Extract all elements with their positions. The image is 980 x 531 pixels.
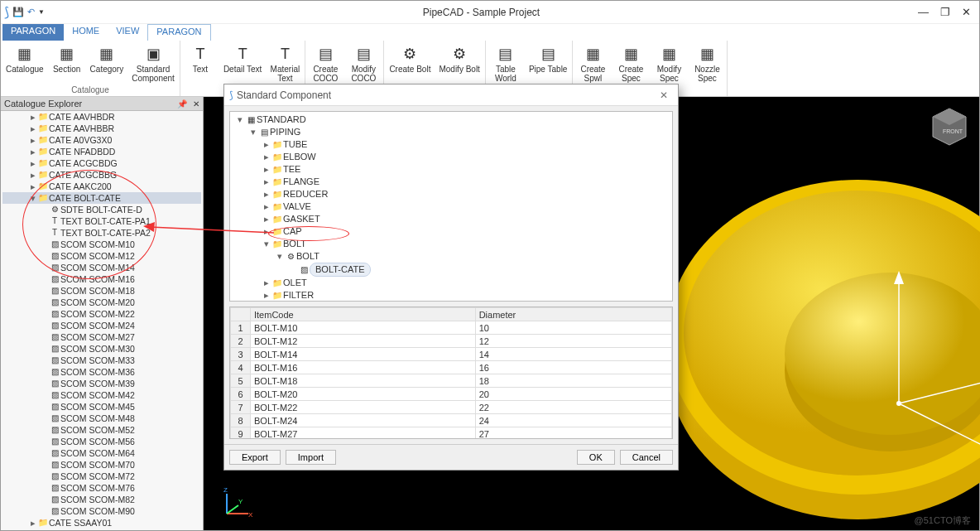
- dialog-tree-node[interactable]: ▾📁BOLT: [232, 238, 670, 250]
- expand-icon[interactable]: ▸: [262, 225, 271, 238]
- ribbon-btn-create-bolt[interactable]: ⚙Create Bolt: [387, 42, 432, 84]
- tree-node[interactable]: ▾📁CATE BOLT-CATE: [2, 192, 201, 204]
- ribbon-btn-standard-component[interactable]: ▣StandardComponent: [130, 42, 176, 84]
- tree-node[interactable]: ▨SCOM SCOM-M64: [2, 447, 201, 459]
- expand-icon[interactable]: ▸: [262, 151, 271, 163]
- cell[interactable]: 22: [475, 401, 671, 414]
- tree-node[interactable]: ▸📁CATE AAKC200: [2, 181, 201, 192]
- tree-node[interactable]: ▸📁CATE CS19H-PN10RF: [2, 529, 201, 530]
- table-row[interactable]: 5BOLT-M1818: [231, 374, 672, 388]
- col-itemcode[interactable]: ItemCode: [251, 308, 476, 321]
- ribbon-btn-section[interactable]: ▦Section: [50, 42, 84, 84]
- expand-icon[interactable]: ▸: [29, 157, 37, 169]
- ribbon-btn-modify-bolt[interactable]: ⚙Modify Bolt: [437, 42, 481, 84]
- tree-node[interactable]: ▨SCOM SCOM-M27: [2, 331, 201, 343]
- expand-icon[interactable]: ▸: [262, 277, 271, 289]
- tree-node[interactable]: ▨SCOM SCOM-M20: [2, 297, 201, 308]
- ribbon-btn-modify-spec[interactable]: ▦ModifySpec: [652, 42, 685, 84]
- tree-node[interactable]: ▨SCOM SCOM-M39: [2, 378, 201, 389]
- dialog-tree-node[interactable]: ▸📁CAP: [232, 225, 670, 238]
- tree-node[interactable]: ▨SCOM SCOM-M90: [2, 505, 201, 517]
- save-icon[interactable]: 💾: [12, 7, 24, 17]
- cell[interactable]: 10: [475, 321, 671, 335]
- tree-node[interactable]: ▨SCOM SCOM-M14: [2, 262, 201, 273]
- tree-node[interactable]: ▨SCOM SCOM-M12: [2, 250, 201, 262]
- export-button[interactable]: Export: [229, 450, 281, 465]
- ribbon-btn-modify-coco[interactable]: ▤ModifyCOCO: [347, 42, 380, 84]
- dialog-tree-node[interactable]: ▾▤PIPING: [232, 126, 670, 138]
- explorer-tree[interactable]: ▸📁CATE AAVHBDR▸📁CATE AAVHBBR▸📁CATE A0VG3…: [1, 111, 203, 530]
- cancel-button[interactable]: Cancel: [620, 450, 673, 465]
- expand-icon[interactable]: ▸: [262, 200, 271, 213]
- table-row[interactable]: 7BOLT-M2222: [231, 401, 672, 414]
- tree-node[interactable]: ▨SCOM SCOM-M33: [2, 355, 201, 366]
- tree-node[interactable]: ▨SCOM SCOM-M24: [2, 320, 201, 331]
- ribbon-btn-material-text[interactable]: TMaterialText: [268, 42, 301, 84]
- dialog-close-icon[interactable]: ✕: [655, 89, 673, 101]
- tree-node[interactable]: ▨SCOM SCOM-M42: [2, 389, 201, 401]
- tree-node[interactable]: ▨SCOM SCOM-M82: [2, 494, 201, 505]
- table-row[interactable]: 2BOLT-M1212: [231, 335, 672, 348]
- expand-icon[interactable]: ▸: [29, 111, 37, 123]
- cell[interactable]: 27: [475, 427, 671, 440]
- col-diameter[interactable]: Diameter: [475, 308, 671, 321]
- tree-node[interactable]: ▨SCOM SCOM-M76: [2, 482, 201, 494]
- expand-icon[interactable]: ▸: [29, 181, 37, 192]
- ribbon-btn-create-spwl[interactable]: ▦CreateSpwl: [576, 42, 609, 84]
- cell[interactable]: BOLT-M18: [251, 374, 476, 388]
- cell[interactable]: 24: [475, 414, 671, 427]
- cell[interactable]: BOLT-M22: [251, 401, 476, 414]
- panel-close-icon[interactable]: ✕: [190, 99, 199, 109]
- cell[interactable]: BOLT-M10: [251, 321, 476, 335]
- dialog-tree-node[interactable]: ▸📁FLANGE: [232, 176, 670, 188]
- expand-icon[interactable]: ▸: [262, 213, 271, 225]
- expand-icon[interactable]: ▸: [262, 163, 271, 176]
- expand-icon[interactable]: ▸: [29, 529, 37, 530]
- tree-node[interactable]: ▨SCOM SCOM-M72: [2, 471, 201, 482]
- tree-node[interactable]: ▨SCOM SCOM-M16: [2, 273, 201, 285]
- cell[interactable]: 14: [475, 348, 671, 361]
- expand-icon[interactable]: ▸: [262, 176, 271, 188]
- table-row[interactable]: 4BOLT-M1616: [231, 361, 672, 374]
- table-row[interactable]: 1BOLT-M1010: [231, 321, 672, 335]
- tree-node[interactable]: ▨SCOM SCOM-M22: [2, 308, 201, 320]
- expand-icon[interactable]: ▸: [29, 134, 37, 146]
- ribbon-btn-nozzle-spec[interactable]: ▦NozzleSpec: [690, 42, 723, 84]
- undo-icon[interactable]: ↶: [27, 7, 35, 17]
- tree-node[interactable]: ▸📁CATE A0VG3X0: [2, 134, 201, 146]
- tab-paragon-3[interactable]: PARAGON: [147, 24, 210, 41]
- cell[interactable]: BOLT-M12: [251, 335, 476, 348]
- expand-icon[interactable]: ▸: [29, 123, 37, 134]
- dialog-tree-node[interactable]: ▸📁ELBOW: [232, 151, 670, 163]
- cell[interactable]: BOLT-M14: [251, 348, 476, 361]
- expand-icon[interactable]: ▾: [275, 250, 285, 263]
- tab-home-1[interactable]: HOME: [64, 24, 108, 41]
- expand-icon[interactable]: ▸: [262, 138, 271, 151]
- dialog-tree-node[interactable]: ▾⚙BOLT: [232, 250, 670, 263]
- cell[interactable]: 20: [475, 388, 671, 401]
- expand-icon[interactable]: ▾: [235, 113, 245, 126]
- dialog-tree-node[interactable]: ▸📁GASKET: [232, 213, 670, 225]
- tree-node[interactable]: ▨SCOM SCOM-M18: [2, 285, 201, 297]
- expand-icon[interactable]: ▸: [262, 188, 271, 200]
- tab-view-2[interactable]: VIEW: [108, 24, 147, 41]
- tree-node[interactable]: ▨SCOM SCOM-M30: [2, 343, 201, 355]
- expand-icon[interactable]: ▸: [29, 146, 37, 157]
- dialog-tree-node[interactable]: ▸📁FILTER: [232, 289, 670, 302]
- tree-node[interactable]: ▸📁CATE ACGCBDG: [2, 157, 201, 169]
- cell[interactable]: BOLT-M20: [251, 388, 476, 401]
- cell[interactable]: BOLT-M27: [251, 427, 476, 440]
- tree-node[interactable]: ▨SCOM SCOM-M10: [2, 239, 201, 250]
- ribbon-btn-create-coco[interactable]: ▤CreateCOCO: [309, 42, 342, 84]
- import-button[interactable]: Import: [286, 450, 336, 465]
- cell[interactable]: 16: [475, 361, 671, 374]
- expand-icon[interactable]: ▾: [248, 126, 258, 138]
- tree-node[interactable]: ▸📁CATE SSAAY01: [2, 517, 201, 529]
- ribbon-btn-create-spec[interactable]: ▦CreateSpec: [614, 42, 647, 84]
- maximize-icon[interactable]: ❐: [940, 6, 950, 18]
- pin-icon[interactable]: 📌: [177, 99, 187, 109]
- tree-node[interactable]: ▨SCOM SCOM-M48: [2, 413, 201, 424]
- dialog-tree[interactable]: ▾▦STANDARD▾▤PIPING▸📁TUBE▸📁ELBOW▸📁TEE▸📁FL…: [229, 111, 673, 302]
- cell[interactable]: BOLT-M24: [251, 414, 476, 427]
- ribbon-btn-text[interactable]: TText: [184, 42, 217, 84]
